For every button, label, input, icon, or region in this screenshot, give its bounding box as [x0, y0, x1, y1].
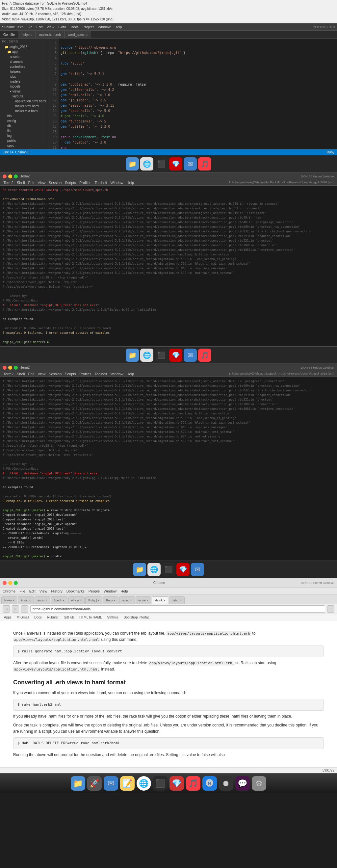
sidebar-item-app[interactable]: 📁 app [0, 50, 49, 54]
tmenu-help[interactable]: Help [127, 181, 134, 185]
bookmark-bootstrap[interactable]: Bootstrap interfac... [122, 615, 154, 619]
menu-file[interactable]: File [27, 25, 33, 29]
sidebar-item-application-html[interactable]: application.html.haml [0, 99, 49, 104]
tab-helpers[interactable]: helpers [18, 31, 36, 38]
dock-chrome[interactable]: 🌐 [140, 157, 153, 170]
dock-mail[interactable]: ✉ [184, 157, 197, 170]
tmenu-profiles[interactable]: Profiles [79, 181, 91, 185]
dock2-chrome[interactable]: 🌐 [140, 349, 153, 362]
bookmark-github[interactable]: GitHub [63, 615, 75, 619]
tmenu-iterm[interactable]: iTerm2 [3, 181, 13, 185]
sidebar-item-controllers[interactable]: controllers [0, 64, 49, 69]
t2menu-session[interactable]: Session [49, 372, 62, 376]
minimize-button-t2[interactable] [8, 366, 12, 370]
tmenu-window[interactable]: Window [110, 181, 123, 185]
tmenu-shell[interactable]: Shell [17, 181, 25, 185]
sidebar-item-assets[interactable]: assets [0, 54, 49, 59]
tab-angic2[interactable]: angic × [35, 596, 50, 604]
tab-word-spec[interactable]: word_spec.rb [64, 31, 91, 38]
dock2-terminal[interactable]: ⬛ [155, 349, 168, 362]
tab-angic1[interactable]: Angic × [18, 596, 34, 604]
sidebar-item-views[interactable]: ▾ views [0, 89, 49, 94]
bottom-dock-ruby[interactable]: 💎 [170, 776, 184, 790]
bmenu-people[interactable]: People [89, 589, 100, 593]
sidebar-item-db[interactable]: db [0, 123, 49, 128]
sidebar-item-jobs[interactable]: jobs [0, 74, 49, 79]
bmenu-window[interactable]: Window [104, 589, 117, 593]
menu-edit[interactable]: Edit [36, 25, 43, 29]
bookmark-docs[interactable]: Docs [33, 615, 43, 619]
bmenu-bookmarks[interactable]: Bookmarks [66, 589, 85, 593]
bookmark-html-to-haml[interactable]: HTML to HAML [78, 615, 103, 619]
t2menu-view[interactable]: View [37, 372, 45, 376]
t2menu-toolbelt[interactable]: Toolbelt [95, 372, 107, 376]
t2menu-window[interactable]: Window [110, 372, 123, 376]
bmenu-edit[interactable]: Edit [29, 589, 35, 593]
tmenu-view[interactable]: View [37, 181, 45, 185]
bottom-dock-slack[interactable]: 💬 [235, 776, 250, 790]
tab-ruby1[interactable]: Ruby | × [85, 596, 102, 604]
dock-finder[interactable]: 📁 [126, 157, 139, 170]
tab-shouk[interactable]: shouk × [152, 596, 168, 604]
sidebar-item-channels[interactable]: channels [0, 59, 49, 64]
menu-sublime[interactable]: Sublime Text [2, 25, 23, 29]
close-button-t2[interactable] [3, 366, 7, 370]
bmenu-history[interactable]: History [51, 589, 62, 593]
tab-naau[interactable]: NaAu × [1, 596, 17, 604]
tab-mailer-html[interactable]: mailer.html.erb [36, 31, 64, 38]
tab-speck[interactable]: Speck × [51, 596, 67, 604]
dock2-ruby[interactable]: 💎 [169, 349, 182, 362]
maximize-button-t2[interactable] [14, 366, 18, 370]
sidebar-item-spec[interactable]: spec [0, 143, 49, 148]
t2menu-scripts[interactable]: Scripts [65, 372, 76, 376]
dock3-ruby[interactable]: 💎 [176, 563, 189, 576]
forward-button[interactable]: ▶ [12, 605, 19, 613]
menu-view[interactable]: View [47, 25, 54, 29]
menu-tools[interactable]: Tools [70, 25, 79, 29]
url-bar[interactable] [30, 605, 325, 613]
bmenu-view[interactable]: View [39, 589, 48, 593]
menu-help[interactable]: Help [115, 25, 122, 29]
close-button-t1[interactable] [3, 175, 7, 178]
tab-indire[interactable]: indire × [135, 596, 151, 604]
bottom-dock-obs[interactable]: ⏺ [219, 776, 233, 790]
tab-rspec[interactable]: rspec × [119, 596, 135, 604]
bottom-dock-launchpad[interactable]: 🚀 [87, 776, 102, 790]
bottom-dock-mail[interactable]: ✉ [104, 776, 118, 790]
dock3-terminal[interactable]: ⬛ [162, 563, 175, 576]
sidebar-item-bin[interactable]: bin [0, 114, 49, 119]
maximize-button-t1[interactable] [14, 175, 18, 178]
dock2-mail[interactable]: ✉ [184, 349, 197, 362]
tab-ruby2[interactable]: Ruby × [103, 596, 119, 604]
bottom-dock-settings[interactable]: ⚙ [252, 776, 266, 790]
tab-datab[interactable]: datab × [169, 596, 185, 604]
sidebar-item-log[interactable]: log [0, 133, 49, 138]
t2menu-help[interactable]: Help [127, 372, 134, 376]
dock3-chrome[interactable]: 🌐 [148, 563, 161, 576]
minimize-button-t1[interactable] [8, 175, 12, 178]
dock2-music[interactable]: 🎵 [198, 349, 211, 362]
browser-close-button[interactable] [3, 581, 7, 585]
menu-goto[interactable]: Goto [58, 25, 66, 29]
tmenu-toolbelt[interactable]: Toolbelt [95, 181, 107, 185]
sidebar-item-mailer-text[interactable]: mailer.text.haml [0, 108, 49, 114]
bottom-dock-appstore[interactable]: 🅐 [203, 776, 217, 790]
bmenu-file[interactable]: File [20, 589, 25, 593]
bookmark-apps[interactable]: Apps [3, 615, 13, 619]
menu-window[interactable]: Window [98, 25, 111, 29]
sidebar-item-helpers[interactable]: helpers [0, 69, 49, 74]
t2menu-shell[interactable]: Shell [17, 372, 25, 376]
bottom-dock-notes[interactable]: 📝 [120, 776, 134, 790]
bookmark-strftime[interactable]: Strftime [106, 615, 120, 619]
menu-project[interactable]: Project [83, 25, 94, 29]
tmenu-scripts[interactable]: Scripts [65, 181, 76, 185]
back-button[interactable]: ◀ [3, 605, 10, 613]
dock2-finder[interactable]: 📁 [126, 349, 139, 362]
sidebar-item-mailers[interactable]: mailers [0, 79, 49, 84]
dock3-finder[interactable]: 📁 [133, 563, 146, 576]
reload-button[interactable]: ↻ [21, 605, 28, 613]
tab-gemfile[interactable]: Gemfile [0, 31, 18, 38]
browser-maximize-button[interactable] [14, 581, 18, 585]
tmenu-session[interactable]: Session [49, 181, 62, 185]
sidebar-item-lib[interactable]: lib [0, 128, 49, 133]
